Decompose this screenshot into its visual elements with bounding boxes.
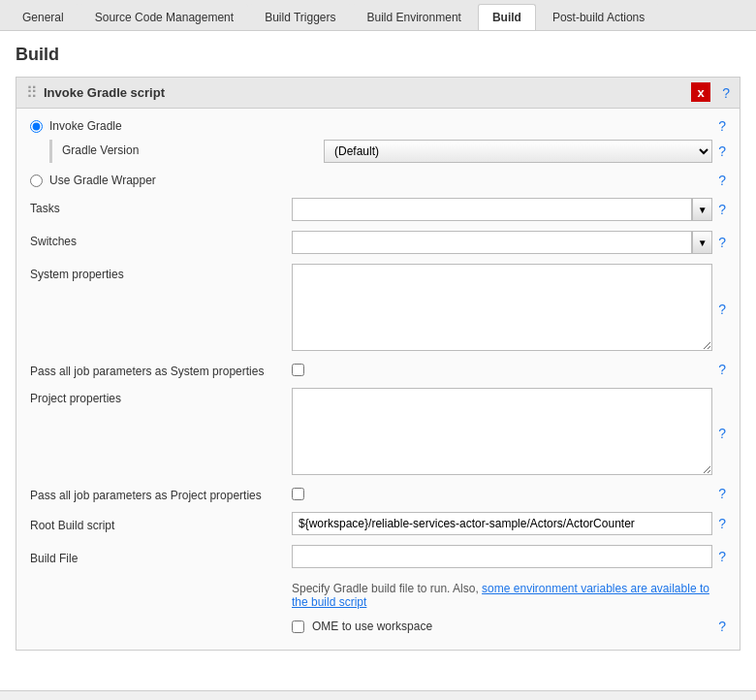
invoke-gradle-label: Invoke Gradle <box>49 119 122 133</box>
root-build-script-row: Root Build script ? <box>30 512 726 535</box>
tabs-bar: General Source Code Management Build Tri… <box>0 0 756 31</box>
switches-dropdown-button[interactable]: ▼ <box>692 231 712 254</box>
gradle-version-select[interactable]: (Default) <box>324 140 712 163</box>
system-properties-textarea[interactable] <box>292 264 712 351</box>
help-icon-project-properties[interactable]: ? <box>718 426 726 441</box>
tab-source-code-management[interactable]: Source Code Management <box>80 4 248 30</box>
tab-build[interactable]: Build <box>478 4 536 30</box>
info-text: Specify Gradle build file to run. Also, … <box>292 582 726 609</box>
pass-system-checkbox[interactable] <box>292 364 304 376</box>
system-properties-row: System properties ? <box>30 264 726 351</box>
help-icon-pass-project[interactable]: ? <box>718 486 726 501</box>
use-gradle-wrapper-row: Use Gradle Wrapper ? <box>30 173 726 188</box>
section-title: Invoke Gradle script <box>44 85 165 100</box>
section-body: Invoke Gradle ? Gradle Version (Default)… <box>16 109 740 650</box>
help-icon-tasks[interactable]: ? <box>718 202 726 217</box>
project-properties-row: Project properties ? <box>30 388 726 475</box>
tasks-row: Tasks ▼ ? <box>30 198 726 221</box>
build-file-input[interactable] <box>292 545 712 568</box>
build-section: ⠿ Invoke Gradle script x ? Invoke Gradle… <box>16 77 740 651</box>
help-icon-gradle-version[interactable]: ? <box>718 143 726 159</box>
use-gradle-wrapper-label: Use Gradle Wrapper <box>49 174 156 187</box>
help-icon-root-build-script[interactable]: ? <box>718 516 726 531</box>
root-build-script-label: Root Build script <box>30 515 292 532</box>
help-icon-home[interactable]: ? <box>718 619 726 634</box>
switches-label: Switches <box>30 231 292 248</box>
tab-build-triggers[interactable]: Build Triggers <box>250 4 350 30</box>
system-properties-label: System properties <box>30 264 292 281</box>
pass-project-checkbox[interactable] <box>292 488 304 500</box>
tab-post-build-actions[interactable]: Post-build Actions <box>538 4 659 30</box>
page-title: Build <box>16 45 740 65</box>
invoke-gradle-wrapper: Gradle Version (Default) ? <box>49 140 726 163</box>
home-checkbox-label: OME to use workspace <box>312 620 432 633</box>
tab-build-environment[interactable]: Build Environment <box>353 4 476 30</box>
help-icon-pass-system[interactable]: ? <box>718 362 726 377</box>
drag-handle-icon: ⠿ <box>26 83 38 102</box>
help-icon-system-properties[interactable]: ? <box>718 302 726 317</box>
root-build-script-input[interactable] <box>292 512 712 535</box>
home-checkbox[interactable] <box>292 620 304 633</box>
invoke-gradle-radio[interactable] <box>30 120 43 133</box>
gradle-version-row: Gradle Version (Default) ? <box>62 140 726 163</box>
tasks-label: Tasks <box>30 198 292 215</box>
pass-project-label: Pass all job parameters as Project prope… <box>30 485 292 502</box>
help-icon-use-wrapper[interactable]: ? <box>718 173 726 188</box>
tab-general[interactable]: General <box>8 4 79 30</box>
pass-system-label: Pass all job parameters as System proper… <box>30 361 292 378</box>
page-content: Build ⠿ Invoke Gradle script x ? Invoke … <box>0 31 756 690</box>
build-file-label: Build File <box>30 548 292 565</box>
close-section-button[interactable]: x <box>691 82 710 102</box>
help-icon-build-file[interactable]: ? <box>718 549 726 564</box>
use-gradle-wrapper-radio[interactable] <box>30 175 43 187</box>
pass-system-row: Pass all job parameters as System proper… <box>30 361 726 378</box>
tasks-dropdown-button[interactable]: ▼ <box>692 198 712 221</box>
help-icon-section[interactable]: ? <box>722 85 730 101</box>
gradle-version-label: Gradle Version <box>62 140 324 157</box>
bottom-bar: Save Apply <box>0 690 756 700</box>
switches-row: Switches ▼ ? <box>30 231 726 254</box>
tasks-input[interactable] <box>292 198 692 221</box>
build-file-row: Build File ? <box>30 545 726 568</box>
project-properties-textarea[interactable] <box>292 388 712 475</box>
help-icon-invoke-gradle[interactable]: ? <box>718 118 726 134</box>
pass-project-row: Pass all job parameters as Project prope… <box>30 485 726 502</box>
home-checkbox-row: OME to use workspace ? <box>30 619 726 634</box>
project-properties-label: Project properties <box>30 388 292 405</box>
switches-input[interactable] <box>292 231 692 254</box>
help-icon-switches[interactable]: ? <box>718 235 726 250</box>
info-text-row: Specify Gradle build file to run. Also, … <box>30 578 726 609</box>
invoke-gradle-row: Invoke Gradle ? <box>30 118 726 134</box>
section-header: ⠿ Invoke Gradle script x ? <box>16 78 740 109</box>
